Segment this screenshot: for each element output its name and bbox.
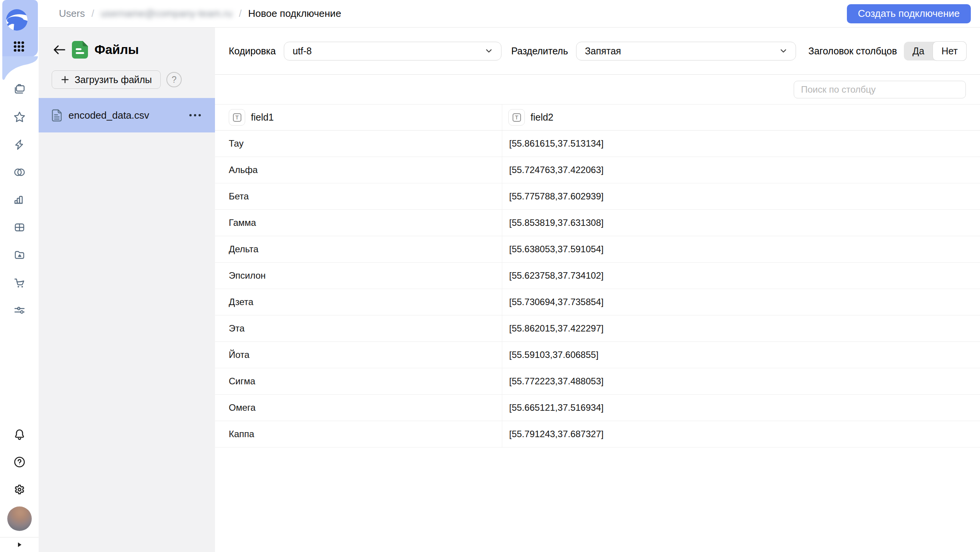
toggle-option-no-selected[interactable]: Нет xyxy=(933,42,966,60)
table-row: Гамма [55.853819,37.631308] xyxy=(215,210,980,236)
breadcrumb: Users / username@company-team.ru / Новое… xyxy=(59,8,341,20)
ellipsis-icon xyxy=(189,114,201,117)
file-list: encoded_data.csv xyxy=(39,98,215,132)
table-row: Дзета [55.730694,37.735854] xyxy=(215,289,980,315)
delimiter-value: Запятая xyxy=(585,46,621,57)
apps-grid-icon[interactable] xyxy=(14,41,25,53)
sidebar-item-favorites[interactable] xyxy=(0,103,39,131)
expand-rail-icon[interactable] xyxy=(16,541,23,548)
sidebar-item-services[interactable] xyxy=(0,296,39,324)
table-row: Эпсилон [55.623758,37.734102] xyxy=(215,263,980,289)
cell-field2: [55.665121,37.516934] xyxy=(502,395,980,421)
cell-field2: [55.772223,37.488053] xyxy=(502,368,980,394)
sidebar-item-collections[interactable] xyxy=(0,76,39,103)
file-row-selected[interactable]: encoded_data.csv xyxy=(39,98,215,132)
bell-icon xyxy=(13,428,26,441)
cell-field1: Дельта xyxy=(215,236,502,262)
bar-chart-icon xyxy=(13,193,26,206)
collections-icon xyxy=(13,83,26,96)
sidebar-item-datasets[interactable] xyxy=(0,158,39,186)
cell-field2: [55.791243,37.687327] xyxy=(502,421,980,447)
sidebar-item-dashboards[interactable] xyxy=(0,214,39,241)
rail-bottom xyxy=(0,421,39,531)
folder-icon xyxy=(13,248,26,261)
settings-button[interactable] xyxy=(0,476,39,503)
cell-field2: [55.730694,37.735854] xyxy=(502,289,980,315)
cell-field2: [55.724763,37.422063] xyxy=(502,157,980,183)
cell-field2: [55.861615,37.513134] xyxy=(502,131,980,157)
create-connection-button[interactable]: Создать подключение xyxy=(847,4,971,23)
breadcrumb-user-blurred[interactable]: username@company-team.ru xyxy=(101,8,232,20)
star-icon xyxy=(13,111,26,124)
back-button[interactable] xyxy=(53,45,65,55)
cell-field2: [55.862015,37.422297] xyxy=(502,315,980,341)
breadcrumb-separator: / xyxy=(239,8,241,20)
delimiter-select[interactable]: Запятая xyxy=(576,42,796,60)
avatar-blurred-photo xyxy=(7,506,32,531)
upload-files-button[interactable]: Загрузить файлы xyxy=(52,70,161,89)
sidebar-item-connections[interactable] xyxy=(0,131,39,158)
table-row: Омега [55.665121,37.516934] xyxy=(215,395,980,421)
cell-field2: [55.853819,37.631308] xyxy=(502,210,980,236)
table-row: Каппа [55.791243,37.687327] xyxy=(215,421,980,447)
sidebar-item-storage[interactable] xyxy=(0,241,39,269)
column-filter-row xyxy=(215,75,980,105)
main-content: Кодировка utf-8 Разделитель Запятая Заго… xyxy=(215,28,980,552)
files-panel-title: Файлы xyxy=(94,42,139,57)
notifications-button[interactable] xyxy=(0,421,39,448)
column-type-button[interactable]: T xyxy=(229,109,245,126)
cell-field1: Тау xyxy=(215,131,502,157)
encoding-select[interactable]: utf-8 xyxy=(284,42,502,60)
cell-field2: [55.638053,37.591054] xyxy=(502,236,980,262)
rail-footer xyxy=(0,537,39,552)
cart-icon xyxy=(13,276,26,289)
file-name: encoded_data.csv xyxy=(68,109,149,121)
left-rail xyxy=(0,0,39,552)
question-circle-icon xyxy=(13,456,26,469)
cell-field1: Эпсилон xyxy=(215,263,502,289)
table-row: Бета [55.775788,37.602939] xyxy=(215,183,980,210)
toggle-option-yes[interactable]: Да xyxy=(904,42,933,60)
rail-nav xyxy=(0,76,39,324)
help-button[interactable] xyxy=(0,448,39,476)
sidebar-item-charts[interactable] xyxy=(0,186,39,214)
upload-row: Загрузить файлы ? xyxy=(52,70,215,89)
chevron-down-icon xyxy=(779,46,788,56)
table-row: Йота [55.59103,37.606855] xyxy=(215,342,980,368)
column-type-button[interactable]: T xyxy=(508,109,525,126)
column-header-field2: T field2 xyxy=(502,105,980,130)
upload-help-button[interactable]: ? xyxy=(166,72,182,87)
encoding-value: utf-8 xyxy=(293,46,312,57)
column-search-input[interactable] xyxy=(794,81,966,98)
table-header-row: T field1 T field2 xyxy=(215,105,980,131)
table-row: Тау [55.861615,37.513134] xyxy=(215,131,980,157)
arrow-left-icon xyxy=(53,45,65,55)
table-body: Тау [55.861615,37.513134] Альфа [55.7247… xyxy=(215,131,980,447)
file-more-menu-button[interactable] xyxy=(189,112,201,118)
table-row: Сигма [55.772223,37.488053] xyxy=(215,368,980,395)
chevron-down-icon xyxy=(484,46,493,56)
breadcrumb-users[interactable]: Users xyxy=(59,8,85,20)
cell-field1: Бета xyxy=(215,183,502,209)
upload-files-label: Загрузить файлы xyxy=(75,74,152,85)
files-panel: Файлы Загрузить файлы ? encoded_data.csv xyxy=(39,28,215,552)
cell-field1: Дзета xyxy=(215,289,502,315)
cell-field1: Омега xyxy=(215,395,502,421)
gear-icon xyxy=(13,483,26,496)
lightning-icon xyxy=(13,138,26,151)
dashboard-grid-icon xyxy=(13,221,26,234)
csv-file-outline-icon xyxy=(52,109,62,122)
table-row: Альфа [55.724763,37.422063] xyxy=(215,157,980,183)
app-root: Users / username@company-team.ru / Новое… xyxy=(0,0,980,552)
table-row: Дельта [55.638053,37.591054] xyxy=(215,236,980,263)
cell-field1: Эта xyxy=(215,315,502,341)
user-avatar[interactable] xyxy=(7,506,32,531)
column-name: field2 xyxy=(531,112,553,123)
cell-field1: Каппа xyxy=(215,421,502,447)
cell-field2: [55.775788,37.602939] xyxy=(502,183,980,209)
cell-field1: Гамма xyxy=(215,210,502,236)
parse-settings-toolbar: Кодировка utf-8 Разделитель Запятая Заго… xyxy=(215,28,980,75)
sidebar-item-marketplace[interactable] xyxy=(0,269,39,296)
datalens-logo-icon[interactable] xyxy=(6,9,28,31)
column-name: field1 xyxy=(251,112,274,123)
